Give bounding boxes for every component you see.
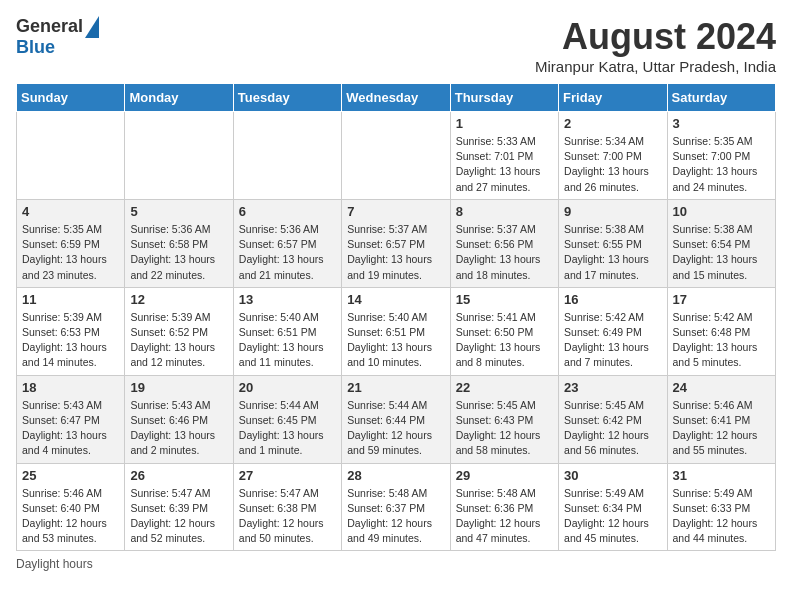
logo-blue: Blue (16, 38, 55, 58)
day-info: Sunrise: 5:47 AMSunset: 6:39 PMDaylight:… (130, 486, 227, 547)
day-number: 24 (673, 380, 770, 395)
day-info: Sunrise: 5:48 AMSunset: 6:36 PMDaylight:… (456, 486, 553, 547)
month-year-title: August 2024 (535, 16, 776, 58)
day-number: 9 (564, 204, 661, 219)
day-number: 16 (564, 292, 661, 307)
calendar-cell: 8Sunrise: 5:37 AMSunset: 6:56 PMDaylight… (450, 199, 558, 287)
weekday-header-tuesday: Tuesday (233, 84, 341, 112)
calendar-cell (342, 112, 450, 200)
calendar-cell: 30Sunrise: 5:49 AMSunset: 6:34 PMDayligh… (559, 463, 667, 551)
calendar-cell: 19Sunrise: 5:43 AMSunset: 6:46 PMDayligh… (125, 375, 233, 463)
calendar-cell: 3Sunrise: 5:35 AMSunset: 7:00 PMDaylight… (667, 112, 775, 200)
day-info: Sunrise: 5:37 AMSunset: 6:56 PMDaylight:… (456, 222, 553, 283)
day-number: 14 (347, 292, 444, 307)
calendar-cell: 22Sunrise: 5:45 AMSunset: 6:43 PMDayligh… (450, 375, 558, 463)
page-header: General Blue August 2024 Miranpur Katra,… (16, 16, 776, 75)
calendar-cell: 21Sunrise: 5:44 AMSunset: 6:44 PMDayligh… (342, 375, 450, 463)
calendar-week-row: 18Sunrise: 5:43 AMSunset: 6:47 PMDayligh… (17, 375, 776, 463)
day-number: 6 (239, 204, 336, 219)
day-number: 25 (22, 468, 119, 483)
calendar-cell: 24Sunrise: 5:46 AMSunset: 6:41 PMDayligh… (667, 375, 775, 463)
day-info: Sunrise: 5:48 AMSunset: 6:37 PMDaylight:… (347, 486, 444, 547)
weekday-header-wednesday: Wednesday (342, 84, 450, 112)
calendar-cell: 26Sunrise: 5:47 AMSunset: 6:39 PMDayligh… (125, 463, 233, 551)
calendar-cell: 1Sunrise: 5:33 AMSunset: 7:01 PMDaylight… (450, 112, 558, 200)
day-number: 29 (456, 468, 553, 483)
day-info: Sunrise: 5:36 AMSunset: 6:57 PMDaylight:… (239, 222, 336, 283)
day-number: 12 (130, 292, 227, 307)
day-info: Sunrise: 5:43 AMSunset: 6:46 PMDaylight:… (130, 398, 227, 459)
day-number: 13 (239, 292, 336, 307)
calendar-cell: 12Sunrise: 5:39 AMSunset: 6:52 PMDayligh… (125, 287, 233, 375)
day-info: Sunrise: 5:40 AMSunset: 6:51 PMDaylight:… (239, 310, 336, 371)
day-info: Sunrise: 5:49 AMSunset: 6:33 PMDaylight:… (673, 486, 770, 547)
calendar-cell: 23Sunrise: 5:45 AMSunset: 6:42 PMDayligh… (559, 375, 667, 463)
day-number: 27 (239, 468, 336, 483)
day-info: Sunrise: 5:35 AMSunset: 6:59 PMDaylight:… (22, 222, 119, 283)
calendar-cell: 20Sunrise: 5:44 AMSunset: 6:45 PMDayligh… (233, 375, 341, 463)
calendar-header-row: SundayMondayTuesdayWednesdayThursdayFrid… (17, 84, 776, 112)
day-info: Sunrise: 5:45 AMSunset: 6:43 PMDaylight:… (456, 398, 553, 459)
day-info: Sunrise: 5:42 AMSunset: 6:48 PMDaylight:… (673, 310, 770, 371)
day-info: Sunrise: 5:45 AMSunset: 6:42 PMDaylight:… (564, 398, 661, 459)
day-number: 31 (673, 468, 770, 483)
day-info: Sunrise: 5:36 AMSunset: 6:58 PMDaylight:… (130, 222, 227, 283)
calendar-cell: 31Sunrise: 5:49 AMSunset: 6:33 PMDayligh… (667, 463, 775, 551)
calendar-week-row: 1Sunrise: 5:33 AMSunset: 7:01 PMDaylight… (17, 112, 776, 200)
calendar-cell: 2Sunrise: 5:34 AMSunset: 7:00 PMDaylight… (559, 112, 667, 200)
day-info: Sunrise: 5:35 AMSunset: 7:00 PMDaylight:… (673, 134, 770, 195)
calendar-cell: 7Sunrise: 5:37 AMSunset: 6:57 PMDaylight… (342, 199, 450, 287)
calendar-cell: 29Sunrise: 5:48 AMSunset: 6:36 PMDayligh… (450, 463, 558, 551)
day-info: Sunrise: 5:42 AMSunset: 6:49 PMDaylight:… (564, 310, 661, 371)
day-number: 23 (564, 380, 661, 395)
day-info: Sunrise: 5:49 AMSunset: 6:34 PMDaylight:… (564, 486, 661, 547)
calendar-cell: 13Sunrise: 5:40 AMSunset: 6:51 PMDayligh… (233, 287, 341, 375)
day-number: 3 (673, 116, 770, 131)
day-info: Sunrise: 5:34 AMSunset: 7:00 PMDaylight:… (564, 134, 661, 195)
day-number: 21 (347, 380, 444, 395)
day-number: 30 (564, 468, 661, 483)
calendar-cell (233, 112, 341, 200)
calendar-week-row: 11Sunrise: 5:39 AMSunset: 6:53 PMDayligh… (17, 287, 776, 375)
day-info: Sunrise: 5:43 AMSunset: 6:47 PMDaylight:… (22, 398, 119, 459)
day-info: Sunrise: 5:41 AMSunset: 6:50 PMDaylight:… (456, 310, 553, 371)
calendar-week-row: 25Sunrise: 5:46 AMSunset: 6:40 PMDayligh… (17, 463, 776, 551)
calendar-cell: 18Sunrise: 5:43 AMSunset: 6:47 PMDayligh… (17, 375, 125, 463)
calendar-cell: 10Sunrise: 5:38 AMSunset: 6:54 PMDayligh… (667, 199, 775, 287)
day-info: Sunrise: 5:46 AMSunset: 6:41 PMDaylight:… (673, 398, 770, 459)
day-number: 8 (456, 204, 553, 219)
calendar-cell: 28Sunrise: 5:48 AMSunset: 6:37 PMDayligh… (342, 463, 450, 551)
daylight-label: Daylight hours (16, 557, 93, 571)
day-number: 19 (130, 380, 227, 395)
calendar-cell: 4Sunrise: 5:35 AMSunset: 6:59 PMDaylight… (17, 199, 125, 287)
weekday-header-sunday: Sunday (17, 84, 125, 112)
calendar-cell: 16Sunrise: 5:42 AMSunset: 6:49 PMDayligh… (559, 287, 667, 375)
day-info: Sunrise: 5:44 AMSunset: 6:44 PMDaylight:… (347, 398, 444, 459)
day-info: Sunrise: 5:33 AMSunset: 7:01 PMDaylight:… (456, 134, 553, 195)
day-number: 17 (673, 292, 770, 307)
day-info: Sunrise: 5:37 AMSunset: 6:57 PMDaylight:… (347, 222, 444, 283)
day-info: Sunrise: 5:47 AMSunset: 6:38 PMDaylight:… (239, 486, 336, 547)
calendar-cell: 11Sunrise: 5:39 AMSunset: 6:53 PMDayligh… (17, 287, 125, 375)
day-number: 18 (22, 380, 119, 395)
calendar-cell: 15Sunrise: 5:41 AMSunset: 6:50 PMDayligh… (450, 287, 558, 375)
calendar-cell (125, 112, 233, 200)
day-info: Sunrise: 5:38 AMSunset: 6:55 PMDaylight:… (564, 222, 661, 283)
logo-triangle-icon (85, 16, 99, 38)
day-number: 15 (456, 292, 553, 307)
day-number: 1 (456, 116, 553, 131)
weekday-header-thursday: Thursday (450, 84, 558, 112)
calendar-cell (17, 112, 125, 200)
calendar-cell: 6Sunrise: 5:36 AMSunset: 6:57 PMDaylight… (233, 199, 341, 287)
calendar-cell: 17Sunrise: 5:42 AMSunset: 6:48 PMDayligh… (667, 287, 775, 375)
day-number: 20 (239, 380, 336, 395)
weekday-header-friday: Friday (559, 84, 667, 112)
day-number: 28 (347, 468, 444, 483)
day-info: Sunrise: 5:46 AMSunset: 6:40 PMDaylight:… (22, 486, 119, 547)
location-subtitle: Miranpur Katra, Uttar Pradesh, India (535, 58, 776, 75)
calendar-cell: 14Sunrise: 5:40 AMSunset: 6:51 PMDayligh… (342, 287, 450, 375)
day-number: 7 (347, 204, 444, 219)
calendar-cell: 9Sunrise: 5:38 AMSunset: 6:55 PMDaylight… (559, 199, 667, 287)
calendar-table: SundayMondayTuesdayWednesdayThursdayFrid… (16, 83, 776, 551)
day-info: Sunrise: 5:40 AMSunset: 6:51 PMDaylight:… (347, 310, 444, 371)
